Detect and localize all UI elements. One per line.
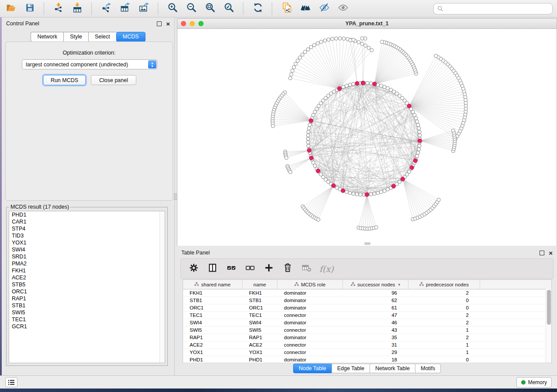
- export-image-button[interactable]: [137, 2, 150, 15]
- close-panel-button[interactable]: Close panel: [91, 75, 136, 85]
- close-icon[interactable]: ×: [166, 22, 170, 26]
- cell-successor_nodes: 46: [343, 319, 408, 326]
- export-network-button[interactable]: [100, 2, 113, 15]
- tab-edge-table[interactable]: Edge Table: [332, 364, 370, 373]
- minimize-traffic-light[interactable]: [190, 21, 195, 26]
- float-icon[interactable]: [540, 251, 544, 255]
- search-box[interactable]: [433, 3, 553, 14]
- status-bar: Memory: [0, 375, 557, 389]
- close-icon[interactable]: ×: [549, 251, 553, 255]
- tab-mcds[interactable]: MCDS: [116, 32, 145, 42]
- clone-network-button[interactable]: [280, 2, 293, 15]
- result-list-item[interactable]: STP4: [9, 225, 165, 232]
- add-column-button[interactable]: [263, 263, 274, 275]
- export-table-button[interactable]: [118, 2, 131, 15]
- table-row[interactable]: RAP1RAP1dominator352: [183, 334, 551, 341]
- close-traffic-light[interactable]: [181, 21, 186, 26]
- optimization-criterion-select[interactable]: largest connected component (undirected)…: [22, 59, 157, 69]
- tab-network[interactable]: Network: [31, 32, 63, 42]
- result-list-item[interactable]: RAP1: [9, 295, 165, 302]
- result-list-item[interactable]: STB1: [9, 302, 165, 309]
- cell-successor_nodes: 43: [343, 327, 408, 334]
- column-header-shared-name[interactable]: shared name: [183, 280, 242, 289]
- settings-gear-button[interactable]: [188, 263, 199, 275]
- delete-table-icon: [301, 263, 311, 275]
- result-list-scrollbar[interactable]: [159, 211, 165, 363]
- tab-motifs[interactable]: Motifs: [415, 364, 441, 373]
- result-list-item[interactable]: YOX1: [9, 239, 165, 246]
- hide-selected-button[interactable]: [318, 2, 331, 15]
- table-row[interactable]: YOX1YOX1connector291: [183, 349, 551, 356]
- canvas-hscroll-thumb[interactable]: [364, 242, 370, 245]
- save-session-button[interactable]: [23, 2, 36, 15]
- panel-divider-grip[interactable]: [174, 193, 177, 200]
- network-graph[interactable]: [177, 29, 557, 246]
- import-network-button[interactable]: [52, 2, 65, 15]
- table-scrollbar-thumb[interactable]: [547, 290, 551, 325]
- result-list-item[interactable]: SWI4: [9, 246, 165, 253]
- column-header-MCDS-role[interactable]: MCDS role: [277, 280, 343, 289]
- refresh-button[interactable]: [251, 2, 264, 15]
- zoom-in-button[interactable]: [166, 2, 179, 15]
- result-list-item[interactable]: TID3: [9, 232, 165, 239]
- delete-column-button[interactable]: [282, 263, 293, 275]
- result-list-item[interactable]: ORC1: [9, 288, 165, 295]
- zoom-out-button[interactable]: [185, 2, 198, 15]
- table-row[interactable]: SWI4SWI4dominator462: [183, 319, 551, 327]
- memory-button[interactable]: Memory: [516, 377, 552, 388]
- import-network-icon: [53, 2, 64, 15]
- network-window-titlebar[interactable]: YPA_prune.txt_1: [177, 19, 557, 29]
- result-list-item[interactable]: PHD1: [9, 211, 165, 218]
- result-list-item[interactable]: SRD1: [9, 253, 165, 260]
- table-scrollbar[interactable]: [546, 289, 551, 363]
- cell-filler: [480, 334, 551, 341]
- column-header-predecessor-nodes[interactable]: predecessor nodes: [408, 280, 480, 289]
- binoculars-button[interactable]: [299, 2, 312, 15]
- table-row[interactable]: ORC1ORC1dominator610: [183, 304, 551, 312]
- table-row[interactable]: FKH1FKH1dominator962: [183, 289, 551, 297]
- run-mcds-button[interactable]: Run MCDS: [43, 75, 86, 85]
- delete-table-button[interactable]: [301, 263, 312, 275]
- toolbar-separator: [158, 3, 159, 15]
- deselect-all-button[interactable]: [244, 263, 256, 275]
- memory-label: Memory: [528, 379, 547, 385]
- result-list-item[interactable]: PMA2: [9, 260, 165, 267]
- show-all-button[interactable]: [336, 2, 349, 15]
- column-header-name[interactable]: name: [242, 280, 277, 289]
- result-list-item[interactable]: ACE2: [9, 274, 165, 281]
- cell-mcds_role: dominator: [277, 356, 343, 363]
- result-list-item[interactable]: CAR1: [9, 218, 165, 225]
- zoom-fit-button[interactable]: [204, 2, 217, 15]
- result-list-item[interactable]: FKH1: [9, 267, 165, 274]
- table-row[interactable]: STB1STB1dominator620: [183, 297, 551, 304]
- desktop-wallpaper-left: [0, 17, 2, 375]
- zoom-traffic-light[interactable]: [198, 21, 204, 26]
- zoom-selected-button[interactable]: [222, 2, 235, 15]
- tab-style[interactable]: Style: [63, 32, 88, 42]
- table-row[interactable]: ACE2ACE2connector311: [183, 341, 551, 349]
- table-row[interactable]: SWI5SWI5connector431: [183, 327, 551, 334]
- result-list-item[interactable]: GCR1: [9, 323, 165, 330]
- cell-name: PHD1: [242, 356, 277, 363]
- result-list-item[interactable]: STB5: [9, 281, 165, 288]
- open-folder-button[interactable]: [4, 2, 17, 15]
- task-history-button[interactable]: [5, 377, 17, 387]
- column-header-successor-nodes[interactable]: successor nodes▾: [343, 280, 408, 289]
- cell-shared_name: ORC1: [183, 304, 242, 311]
- table-panel-title: Table Panel: [181, 250, 210, 256]
- search-input[interactable]: [446, 5, 549, 12]
- cell-name: SWI4: [242, 319, 277, 326]
- tab-network-table[interactable]: Network Table: [370, 364, 415, 373]
- mcds-result-list[interactable]: PHD1CAR1STP4TID3YOX1SWI4SRD1PMA2FKH1ACE2…: [9, 211, 165, 363]
- table-row[interactable]: PHD1PHD1dominator180: [183, 356, 551, 364]
- result-list-item[interactable]: SWI5: [9, 309, 165, 316]
- float-icon[interactable]: [157, 21, 162, 26]
- tab-node-table[interactable]: Node Table: [293, 364, 332, 373]
- select-all-button[interactable]: [225, 263, 237, 275]
- table-row[interactable]: TEC1TEC1connector472: [183, 312, 551, 319]
- import-table-button[interactable]: [71, 2, 84, 15]
- network-canvas[interactable]: [177, 29, 557, 246]
- result-list-item[interactable]: TEC1: [9, 316, 165, 323]
- tab-select[interactable]: Select: [88, 32, 116, 42]
- show-columns-button[interactable]: [207, 263, 218, 275]
